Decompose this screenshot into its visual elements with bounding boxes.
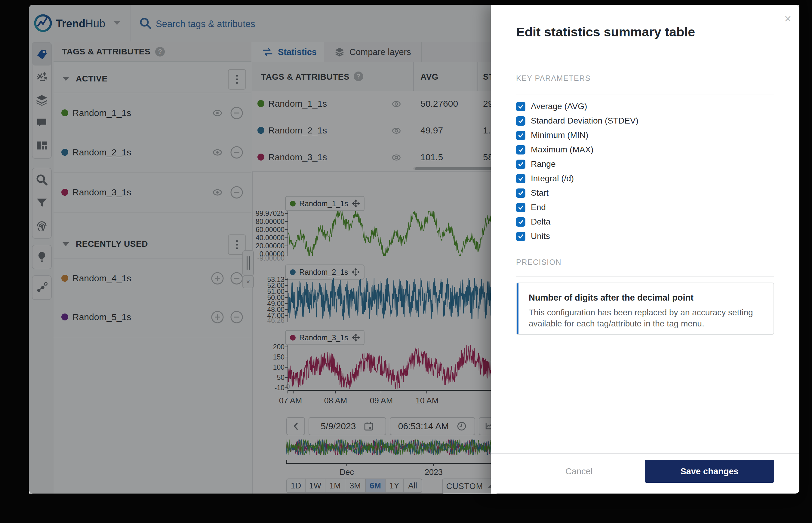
y-tick-ghost: 0 bbox=[251, 383, 290, 391]
section-header-recently-used[interactable]: RECENTLY USED bbox=[63, 239, 148, 249]
save-button[interactable]: Save changes bbox=[645, 460, 774, 483]
sidebar-item-dashboard[interactable] bbox=[33, 134, 51, 157]
divider bbox=[516, 276, 774, 276]
list-item-random-5[interactable]: Random_5_1s bbox=[54, 297, 251, 337]
sidebar-item-comments[interactable] bbox=[33, 111, 51, 134]
checkbox-row[interactable]: Maximum (MAX) bbox=[516, 143, 638, 157]
lightbulb-icon bbox=[36, 251, 48, 263]
context-overview-strip[interactable] bbox=[286, 439, 499, 455]
visibility-eye-icon[interactable] bbox=[390, 124, 403, 137]
list-item-random-3[interactable]: Random_3_1s bbox=[54, 173, 251, 213]
remove-minus-icon[interactable] bbox=[230, 310, 244, 324]
visibility-eye-icon[interactable] bbox=[390, 97, 403, 111]
remove-minus-icon[interactable] bbox=[230, 145, 244, 159]
checkbox-row[interactable]: Minimum (MIN) bbox=[516, 128, 638, 143]
remove-minus-icon[interactable] bbox=[230, 106, 244, 120]
visibility-eye-icon[interactable] bbox=[211, 106, 224, 120]
range-button-1m[interactable]: 1M bbox=[325, 479, 345, 493]
checkbox-checked-icon[interactable] bbox=[516, 102, 525, 111]
checkbox-checked-icon[interactable] bbox=[516, 116, 525, 126]
checkbox-checked-icon[interactable] bbox=[516, 174, 525, 183]
close-icon[interactable]: × bbox=[784, 13, 791, 25]
chart-random-2[interactable] bbox=[288, 278, 499, 322]
move-icon[interactable] bbox=[352, 200, 360, 208]
sidebar-item-layers[interactable] bbox=[33, 88, 51, 111]
help-icon[interactable]: ? bbox=[155, 47, 165, 56]
tab-statistics[interactable]: Statistics bbox=[252, 42, 328, 62]
checkbox-row[interactable]: Integral (/d) bbox=[516, 171, 638, 186]
visibility-eye-icon[interactable] bbox=[211, 185, 224, 199]
checkbox-checked-icon[interactable] bbox=[516, 131, 525, 140]
sidebar-item-calculations[interactable] bbox=[33, 66, 51, 88]
sidebar-item-filter[interactable] bbox=[33, 191, 51, 214]
y-tick-label: 40.00000 bbox=[246, 234, 284, 242]
list-item-random-2[interactable]: Random_2_1s bbox=[54, 132, 251, 173]
checkbox-checked-icon[interactable] bbox=[516, 160, 525, 169]
custom-range-button[interactable]: CUSTOM bbox=[442, 479, 497, 494]
remove-minus-icon[interactable] bbox=[230, 271, 244, 285]
checkbox-row[interactable]: Average (AVG) bbox=[516, 99, 638, 114]
checkbox-checked-icon[interactable] bbox=[516, 145, 525, 155]
range-button-6m[interactable]: 6M bbox=[366, 479, 386, 493]
time-value: 06:53:14 AM bbox=[398, 421, 449, 431]
layers-icon bbox=[35, 93, 48, 106]
y-tick-label: 60.00000 bbox=[246, 226, 284, 234]
series-color-dot bbox=[258, 154, 264, 161]
sidebar-item-search[interactable] bbox=[33, 168, 51, 191]
tag-name: Random_2_1s bbox=[72, 147, 131, 158]
add-plus-icon[interactable] bbox=[211, 271, 224, 285]
series-color-dot bbox=[61, 189, 68, 196]
chart-random-1[interactable] bbox=[288, 211, 499, 256]
range-button-3m[interactable]: 3M bbox=[345, 479, 366, 493]
range-button-1d[interactable]: 1D bbox=[286, 479, 305, 493]
time-field[interactable]: 06:53:14 AM bbox=[390, 417, 475, 435]
list-item-random-4[interactable]: Random_4_1s bbox=[54, 258, 251, 299]
sidebar-item-fingerprint[interactable] bbox=[33, 214, 51, 237]
sidebar-item-tags[interactable] bbox=[33, 43, 51, 66]
rail-group-4 bbox=[32, 275, 52, 300]
range-button-1w[interactable]: 1W bbox=[305, 479, 325, 493]
checkbox-checked-icon[interactable] bbox=[516, 203, 525, 212]
tab-compare-layers[interactable]: Compare layers bbox=[324, 42, 422, 62]
scrollbar-thumb[interactable] bbox=[415, 167, 494, 170]
remove-minus-icon[interactable] bbox=[230, 185, 244, 199]
visibility-eye-icon[interactable] bbox=[390, 151, 403, 164]
checkbox-checked-icon[interactable] bbox=[516, 232, 525, 241]
section-header-active[interactable]: ACTIVE bbox=[63, 74, 108, 84]
brand-chevron-down-icon[interactable] bbox=[114, 21, 120, 25]
checkbox-row[interactable]: Range bbox=[516, 157, 638, 171]
move-icon[interactable] bbox=[352, 333, 360, 341]
chart-legend-chip[interactable]: Random_2_1s bbox=[285, 265, 365, 279]
search-input[interactable]: Search tags & attributes bbox=[156, 19, 255, 30]
kebab-icon bbox=[236, 75, 238, 84]
nav-previous-button[interactable] bbox=[286, 417, 305, 435]
swap-arrows-icon bbox=[262, 48, 273, 56]
checkbox-row[interactable]: Standard Deviation (STDEV) bbox=[516, 114, 638, 128]
chevron-down-icon bbox=[63, 242, 69, 246]
checkbox-row[interactable]: Delta bbox=[516, 215, 638, 229]
sidebar-item-insights[interactable] bbox=[33, 245, 51, 268]
visibility-eye-icon[interactable] bbox=[211, 145, 224, 159]
chart-legend-chip[interactable]: Random_3_1s bbox=[285, 330, 365, 345]
checkbox-row[interactable]: End bbox=[516, 200, 638, 215]
checkbox-row[interactable]: Start bbox=[516, 186, 638, 200]
header-divider bbox=[130, 5, 131, 41]
chart-random-3[interactable] bbox=[288, 345, 499, 389]
move-icon[interactable] bbox=[352, 268, 360, 276]
sidebar-item-ml[interactable] bbox=[33, 276, 51, 299]
timeline-end-tick bbox=[286, 460, 287, 464]
y-tick-label: 99.97025 bbox=[246, 210, 284, 218]
list-item-random-1[interactable]: Random_1_1s bbox=[54, 93, 251, 133]
range-button-1y[interactable]: 1Y bbox=[386, 479, 404, 493]
active-section-menu-button[interactable] bbox=[228, 69, 246, 90]
checkbox-checked-icon[interactable] bbox=[516, 188, 525, 198]
series-color-dot bbox=[61, 109, 68, 116]
chart-legend-chip[interactable]: Random_1_1s bbox=[285, 196, 365, 211]
add-plus-icon[interactable] bbox=[211, 310, 224, 324]
date-field[interactable]: 5/9/2023 bbox=[308, 417, 386, 435]
checkbox-checked-icon[interactable] bbox=[516, 217, 525, 227]
help-icon[interactable]: ? bbox=[354, 72, 363, 81]
range-button-all[interactable]: All bbox=[404, 479, 422, 493]
checkbox-row[interactable]: Units bbox=[516, 229, 638, 244]
cancel-button[interactable]: Cancel bbox=[565, 467, 593, 476]
